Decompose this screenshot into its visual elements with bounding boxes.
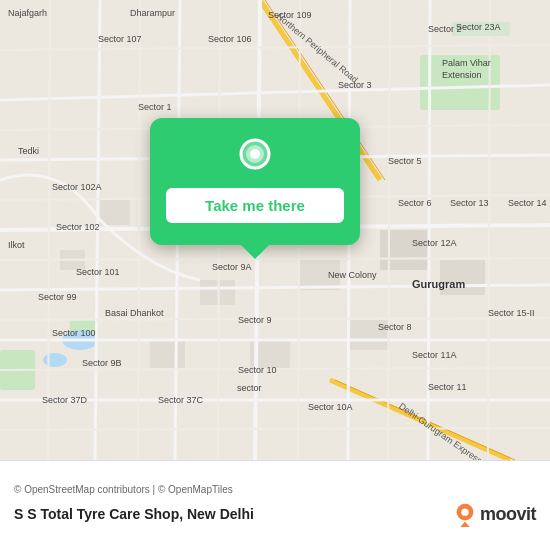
label-dharampur: Dharampur <box>130 8 175 18</box>
label-sector5: Sector 5 <box>388 156 422 166</box>
place-name-label: S S Total Tyre Care Shop, New Delhi <box>14 506 254 522</box>
label-tedki: Tedki <box>18 146 39 156</box>
label-sector107: Sector 107 <box>98 34 142 44</box>
label-new-colony: New Colony <box>328 270 377 280</box>
label-sector23a: Sector 23A <box>456 22 501 32</box>
label-sector1: Sector 1 <box>138 102 172 112</box>
label-sector10a: Sector 10A <box>308 402 353 412</box>
label-sector9a: Sector 9A <box>212 262 252 272</box>
label-sector11a: Sector 11A <box>412 350 457 360</box>
bottom-bar: © OpenStreetMap contributors | © OpenMap… <box>0 460 550 550</box>
label-sector15ii: Sector 15-II <box>488 308 535 318</box>
label-sector102a: Sector 102A <box>52 182 102 192</box>
label-sector6: Sector 6 <box>398 198 432 208</box>
label-sector101: Sector 101 <box>76 267 120 277</box>
attribution-text: © OpenStreetMap contributors | © OpenMap… <box>14 484 536 495</box>
label-sector102: Sector 102 <box>56 222 100 232</box>
label-sector9: Sector 9 <box>238 315 272 325</box>
place-info-row: S S Total Tyre Care Shop, New Delhi moov… <box>14 501 536 527</box>
label-expressway: Delhi-Gurugram Expressway <box>397 401 497 460</box>
label-sector106: Sector 106 <box>208 34 252 44</box>
label-northern-peripheral: Northern Peripheral Road <box>275 11 360 85</box>
moovit-pin-icon <box>454 501 476 527</box>
location-popup: Take me there <box>150 118 360 245</box>
label-sector11: Sector 11 <box>428 382 467 392</box>
label-sector12a: Sector 12A <box>412 238 457 248</box>
label-sector8: Sector 8 <box>378 322 412 332</box>
label-najafgarh: Najafgarh <box>8 8 47 18</box>
svg-point-46 <box>250 149 260 159</box>
location-pin-icon <box>234 136 276 178</box>
label-ilkot: Ilkot <box>8 240 25 250</box>
label-sector14: Sector 14 <box>508 198 547 208</box>
label-sector: sector <box>237 383 262 393</box>
map-view[interactable]: Dharampur Sector 109 Sector 107 Sector 1… <box>0 0 550 460</box>
label-sector100: Sector 100 <box>52 328 96 338</box>
label-sector37d: Sector 37D <box>42 395 87 405</box>
moovit-logo: moovit <box>454 501 536 527</box>
label-basai-dhankot: Basai Dhankot <box>105 308 164 318</box>
label-sector9b: Sector 9B <box>82 358 122 368</box>
svg-point-49 <box>461 508 468 515</box>
take-me-there-button[interactable]: Take me there <box>166 188 344 223</box>
label-sector37c: Sector 37C <box>158 395 203 405</box>
label-sector10: Sector 10 <box>238 365 277 375</box>
label-palam-vihar: Palam ViharExtension <box>442 58 491 81</box>
label-gurugram: Gurugram <box>412 278 465 290</box>
label-sector13: Sector 13 <box>450 198 489 208</box>
moovit-brand-text: moovit <box>480 504 536 525</box>
label-sector99: Sector 99 <box>38 292 77 302</box>
